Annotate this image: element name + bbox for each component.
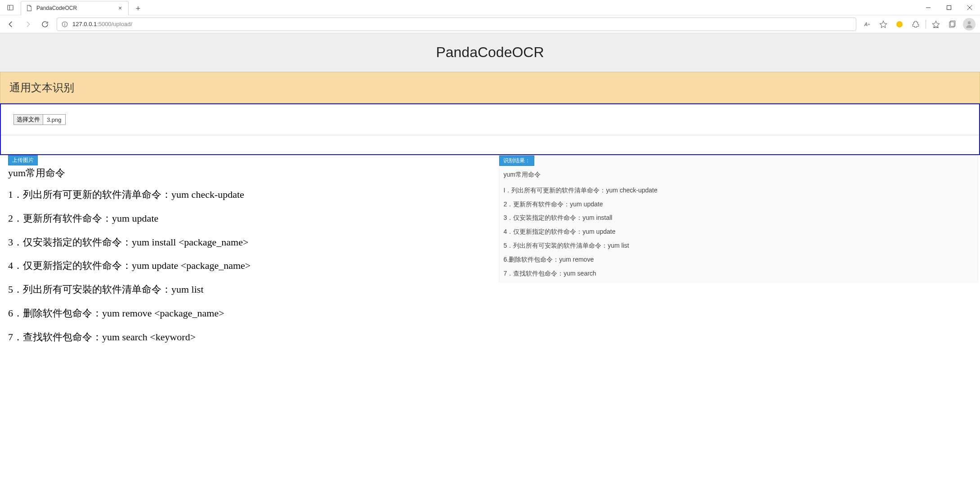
result-line: 4．仅更新指定的软件命令：yum update [504, 225, 974, 239]
result-badge: 识别结果： [499, 156, 534, 166]
favorite-icon[interactable] [876, 17, 891, 31]
file-icon [26, 4, 33, 12]
page-content: PandaCodeOCR 通用文本识别 选择文件 3.png 上传图片 yum常… [0, 33, 980, 349]
section-heading: 通用文本识别 [0, 72, 980, 103]
tab-title: PandaCodeOCR [36, 5, 116, 11]
upload-badge: 上传图片 [8, 155, 38, 165]
upload-form-box: 选择文件 3.png [0, 103, 980, 155]
uploaded-image-content: yum常用命令 1．列出所有可更新的软件清单命令：yum check-updat… [8, 165, 492, 349]
maximize-button[interactable] [939, 0, 959, 15]
uploaded-image-column: 上传图片 yum常用命令 1．列出所有可更新的软件清单命令：yum check-… [0, 155, 492, 349]
file-input-row: 选择文件 3.png [1, 104, 979, 135]
window-close-button[interactable] [959, 0, 980, 15]
result-columns: 上传图片 yum常用命令 1．列出所有可更新的软件清单命令：yum check-… [0, 155, 980, 349]
image-heading: yum常用命令 [8, 165, 492, 180]
collections-icon[interactable] [945, 17, 959, 31]
favorites-bar-icon[interactable] [929, 17, 943, 31]
browser-tab[interactable]: PandaCodeOCR × [21, 1, 129, 15]
image-line: 4．仅更新指定的软件命令：yum update <package_name> [8, 254, 492, 278]
url-host: 127.0.0.1 [72, 21, 97, 27]
ocr-result-content: yum常用命令 I．列出所有可更新的软件清单命令：yum check-updat… [499, 166, 978, 282]
refresh-button[interactable] [37, 17, 53, 31]
window-controls [918, 0, 980, 15]
svg-rect-0 [8, 5, 13, 10]
result-line: 2．更新所有软件命令：yum update [504, 197, 974, 211]
separator [926, 20, 926, 29]
profile-avatar[interactable] [963, 18, 976, 31]
url-path: :5000/upload/ [97, 21, 132, 27]
result-line: 3．仅安装指定的软件命令：yum install [504, 211, 974, 225]
image-line: 1．列出所有可更新的软件清单命令：yum check-update [8, 183, 492, 207]
tab-strip: PandaCodeOCR × + [21, 0, 144, 15]
new-tab-button[interactable]: + [132, 3, 144, 15]
svg-rect-3 [947, 5, 951, 9]
address-bar[interactable]: 127.0.0.1:5000/upload/ [57, 18, 856, 31]
form-spacer [1, 135, 979, 154]
browser-toolbar: 127.0.0.1:5000/upload/ A» [0, 15, 980, 33]
result-line: 7．查找软件包命令：yum search [504, 267, 974, 281]
read-aloud-icon[interactable]: A» [860, 17, 874, 31]
file-input[interactable]: 选择文件 3.png [13, 114, 66, 125]
url-text: 127.0.0.1:5000/upload/ [72, 21, 132, 27]
page-title: PandaCodeOCR [0, 44, 980, 61]
extension-yellow-icon[interactable] [892, 17, 907, 31]
image-line: 6．删除软件包命令：yum remove <package_name> [8, 302, 492, 325]
image-line: 2．更新所有软件命令：yum update [8, 207, 492, 231]
svg-point-9 [896, 21, 903, 27]
window-titlebar: PandaCodeOCR × + [0, 0, 980, 15]
page-header: PandaCodeOCR [0, 33, 980, 72]
ocr-result-column: 识别结果： yum常用命令 I．列出所有可更新的软件清单命令：yum check… [492, 155, 980, 282]
result-line: 5．列出所有可安装的软件清单命令：yum list [504, 239, 974, 253]
tab-actions-icon[interactable] [0, 4, 21, 11]
result-line: I．列出所有可更新的软件清单命令：yum check-update [504, 183, 974, 197]
image-line: 5．列出所有可安裝的软件清单命令：yum list [8, 278, 492, 302]
svg-point-13 [968, 21, 971, 24]
minimize-button[interactable] [918, 0, 939, 15]
extensions-icon[interactable] [908, 17, 923, 31]
site-info-icon[interactable] [61, 20, 69, 28]
svg-point-7 [64, 22, 65, 23]
selected-file-name: 3.png [43, 116, 65, 124]
result-heading: yum常用命令 [504, 168, 974, 182]
result-line: 6.删除软件包命令：yum remove [504, 253, 974, 267]
image-line: 7．查找软件包命令：yum search <keyword> [8, 325, 492, 349]
image-line: 3．仅安装指定的软件命令：yum install <package_name> [8, 231, 492, 254]
forward-button[interactable] [20, 17, 36, 31]
choose-file-button[interactable]: 选择文件 [14, 115, 43, 125]
back-button[interactable] [3, 17, 19, 31]
close-icon[interactable]: × [116, 4, 124, 12]
